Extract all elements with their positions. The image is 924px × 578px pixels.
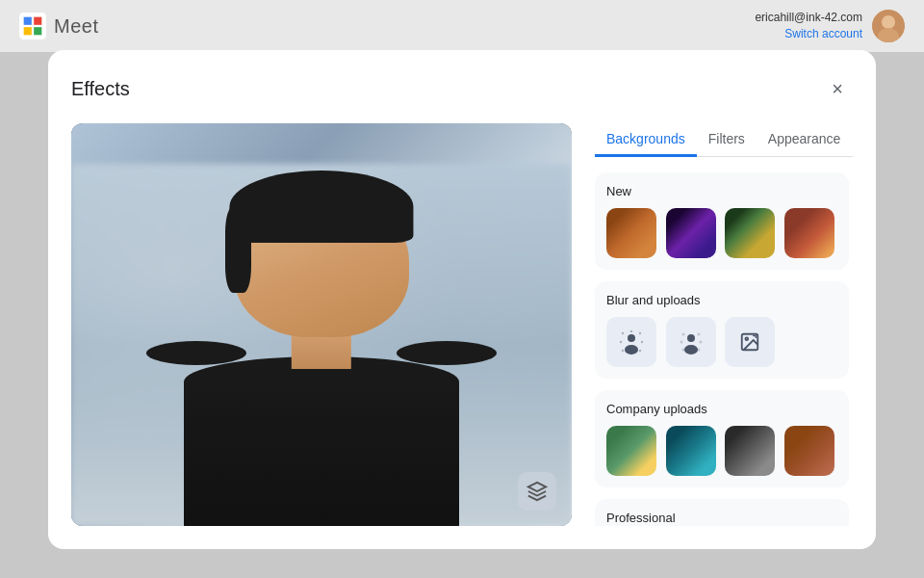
section-new-grid xyxy=(606,208,837,258)
section-blur-grid xyxy=(606,317,837,367)
svg-point-21 xyxy=(697,349,700,352)
svg-point-8 xyxy=(620,341,622,343)
close-button[interactable]: × xyxy=(822,73,853,104)
background-thumb-company-2[interactable] xyxy=(666,426,716,476)
person-hair-left xyxy=(225,206,251,293)
right-panel: Backgrounds Filters Appearance New xyxy=(595,123,853,526)
tab-appearance[interactable]: Appearance xyxy=(757,123,853,157)
section-company-grid xyxy=(606,426,837,476)
header: Meet ericahill@ink-42.com Switch account xyxy=(0,0,924,52)
svg-point-15 xyxy=(684,345,698,355)
google-meet-logo xyxy=(19,13,46,39)
background-thumb-company-4[interactable] xyxy=(784,426,834,476)
section-new-title: New xyxy=(606,184,837,198)
person-shoulder-right xyxy=(397,341,497,365)
svg-point-13 xyxy=(630,353,632,355)
svg-point-18 xyxy=(680,341,682,344)
tab-backgrounds[interactable]: Backgrounds xyxy=(595,123,697,157)
svg-rect-0 xyxy=(19,13,46,39)
svg-point-23 xyxy=(745,337,748,340)
header-left: Meet xyxy=(19,13,98,39)
svg-point-10 xyxy=(622,350,624,352)
app-name: Meet xyxy=(54,15,98,38)
video-background xyxy=(71,123,572,526)
svg-point-4 xyxy=(628,334,635,342)
svg-point-19 xyxy=(699,341,702,344)
section-blur-title: Blur and uploads xyxy=(606,293,837,307)
header-right: ericahill@ink-42.com Switch account xyxy=(755,10,905,42)
background-thumb-new-3[interactable] xyxy=(725,208,775,258)
section-company: Company uploads xyxy=(595,390,849,487)
tabs-container: Backgrounds Filters Appearance xyxy=(595,123,853,157)
modal-title: Effects xyxy=(71,78,130,100)
panel-scroll: New Blur and uploads xyxy=(595,172,853,526)
upload-background-button[interactable] xyxy=(725,317,775,367)
person-hair-top xyxy=(229,171,413,243)
avatar[interactable] xyxy=(872,10,905,42)
section-professional-title: Professional xyxy=(606,511,837,525)
modal-content: Backgrounds Filters Appearance New xyxy=(71,123,853,526)
layers-button[interactable] xyxy=(518,472,556,511)
background-thumb-new-1[interactable] xyxy=(606,208,656,258)
svg-point-12 xyxy=(630,330,632,332)
svg-point-17 xyxy=(697,333,700,336)
background-thumb-company-1[interactable] xyxy=(606,426,656,476)
svg-point-16 xyxy=(681,333,684,336)
account-email: ericahill@ink-42.com xyxy=(755,11,862,24)
person-face xyxy=(234,192,409,336)
svg-point-11 xyxy=(639,350,641,352)
background-thumb-new-4[interactable] xyxy=(784,208,834,258)
person-shoulder-left xyxy=(146,341,246,365)
modal-header: Effects × xyxy=(71,73,853,104)
effects-modal: Effects × xyxy=(48,50,876,549)
svg-point-14 xyxy=(687,334,695,342)
blur-light-button[interactable] xyxy=(666,317,716,367)
person-container xyxy=(71,123,572,526)
tab-filters[interactable]: Filters xyxy=(697,123,757,157)
svg-point-7 xyxy=(639,332,641,334)
svg-point-2 xyxy=(882,15,895,29)
background-thumb-new-2[interactable] xyxy=(666,208,716,258)
person-body xyxy=(184,356,459,526)
background-thumb-company-3[interactable] xyxy=(725,426,775,476)
section-professional: Professional xyxy=(595,499,849,526)
account-info: ericahill@ink-42.com Switch account xyxy=(755,11,862,41)
video-preview xyxy=(71,123,572,526)
section-blur: Blur and uploads xyxy=(595,281,849,379)
switch-account-link[interactable]: Switch account xyxy=(784,27,862,40)
section-new: New xyxy=(595,172,849,270)
section-company-title: Company uploads xyxy=(606,402,837,416)
blur-full-button[interactable] xyxy=(606,317,656,367)
svg-point-20 xyxy=(681,349,684,352)
svg-point-6 xyxy=(622,332,624,334)
svg-point-9 xyxy=(641,341,643,343)
